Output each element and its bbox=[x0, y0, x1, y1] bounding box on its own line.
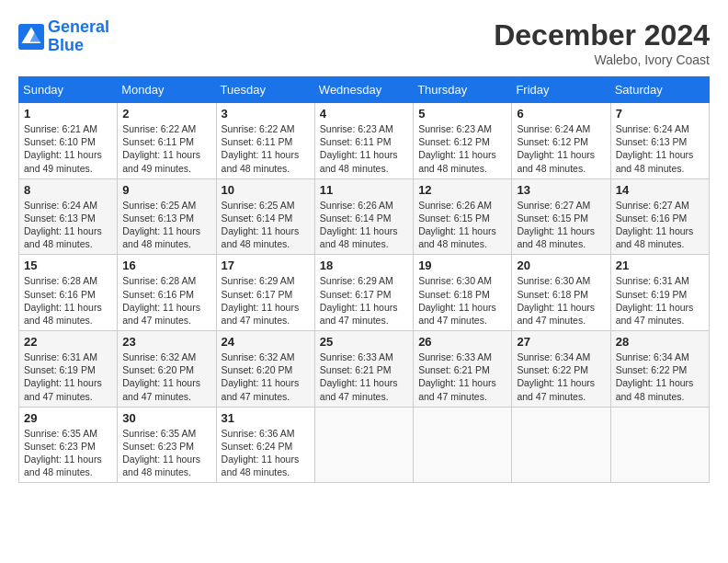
cell-info: Sunrise: 6:27 AM Sunset: 6:16 PM Dayligh… bbox=[616, 199, 704, 251]
cell-info: Sunrise: 6:35 AM Sunset: 6:23 PM Dayligh… bbox=[24, 427, 112, 479]
logo-line1: General bbox=[48, 17, 109, 36]
day-number: 9 bbox=[122, 183, 210, 197]
title-block: December 2024 Walebo, Ivory Coast bbox=[494, 18, 710, 67]
cell-info: Sunrise: 6:30 AM Sunset: 6:18 PM Dayligh… bbox=[517, 274, 605, 327]
cell-info: Sunrise: 6:32 AM Sunset: 6:20 PM Dayligh… bbox=[122, 350, 210, 403]
cell-info: Sunrise: 6:24 AM Sunset: 6:13 PM Dayligh… bbox=[616, 122, 704, 175]
cell-info: Sunrise: 6:25 AM Sunset: 6:13 PM Dayligh… bbox=[122, 199, 210, 251]
calendar-cell: 19 Sunrise: 6:30 AM Sunset: 6:18 PM Dayl… bbox=[414, 255, 512, 331]
day-number: 28 bbox=[616, 335, 704, 349]
calendar-cell: 30 Sunrise: 6:35 AM Sunset: 6:23 PM Dayl… bbox=[118, 407, 216, 483]
weekday-header: Tuesday bbox=[216, 77, 314, 103]
cell-info: Sunrise: 6:31 AM Sunset: 6:19 PM Dayligh… bbox=[24, 350, 112, 403]
day-number: 1 bbox=[24, 107, 112, 121]
day-number: 13 bbox=[517, 183, 605, 197]
calendar-cell: 23 Sunrise: 6:32 AM Sunset: 6:20 PM Dayl… bbox=[118, 331, 216, 408]
calendar-cell: 14 Sunrise: 6:27 AM Sunset: 6:16 PM Dayl… bbox=[610, 178, 709, 255]
calendar-cell: 13 Sunrise: 6:27 AM Sunset: 6:15 PM Dayl… bbox=[512, 178, 610, 255]
day-number: 16 bbox=[122, 259, 210, 272]
month-title: December 2024 bbox=[494, 18, 710, 52]
calendar-cell: 17 Sunrise: 6:29 AM Sunset: 6:17 PM Dayl… bbox=[216, 255, 314, 331]
day-number: 31 bbox=[222, 411, 310, 425]
day-number: 10 bbox=[222, 183, 310, 197]
cell-info: Sunrise: 6:23 AM Sunset: 6:11 PM Dayligh… bbox=[320, 122, 408, 175]
cell-info: Sunrise: 6:25 AM Sunset: 6:14 PM Dayligh… bbox=[222, 199, 310, 251]
day-number: 3 bbox=[222, 107, 310, 121]
calendar-cell: 1 Sunrise: 6:21 AM Sunset: 6:10 PM Dayli… bbox=[19, 103, 118, 179]
cell-info: Sunrise: 6:36 AM Sunset: 6:24 PM Dayligh… bbox=[222, 427, 310, 479]
cell-info: Sunrise: 6:28 AM Sunset: 6:16 PM Dayligh… bbox=[122, 274, 210, 327]
calendar-cell bbox=[314, 407, 413, 483]
cell-info: Sunrise: 6:22 AM Sunset: 6:11 PM Dayligh… bbox=[222, 122, 310, 175]
calendar-cell: 8 Sunrise: 6:24 AM Sunset: 6:13 PM Dayli… bbox=[19, 178, 118, 255]
cell-info: Sunrise: 6:29 AM Sunset: 6:17 PM Dayligh… bbox=[320, 274, 408, 327]
calendar-cell bbox=[610, 407, 709, 483]
cell-info: Sunrise: 6:26 AM Sunset: 6:15 PM Dayligh… bbox=[418, 199, 506, 251]
calendar-cell bbox=[512, 407, 610, 483]
weekday-header: Monday bbox=[118, 77, 216, 103]
calendar-cell: 28 Sunrise: 6:34 AM Sunset: 6:22 PM Dayl… bbox=[610, 331, 709, 408]
day-number: 14 bbox=[616, 183, 704, 197]
logo-line2: Blue bbox=[48, 36, 84, 54]
day-number: 19 bbox=[418, 259, 506, 272]
day-number: 25 bbox=[320, 335, 408, 349]
cell-info: Sunrise: 6:24 AM Sunset: 6:13 PM Dayligh… bbox=[24, 199, 112, 251]
calendar-cell: 6 Sunrise: 6:24 AM Sunset: 6:12 PM Dayli… bbox=[512, 103, 610, 179]
weekday-header: Sunday bbox=[19, 77, 118, 103]
cell-info: Sunrise: 6:21 AM Sunset: 6:10 PM Dayligh… bbox=[24, 122, 112, 175]
cell-info: Sunrise: 6:23 AM Sunset: 6:12 PM Dayligh… bbox=[418, 122, 506, 175]
cell-info: Sunrise: 6:34 AM Sunset: 6:22 PM Dayligh… bbox=[517, 350, 605, 403]
day-number: 7 bbox=[616, 107, 704, 121]
cell-info: Sunrise: 6:26 AM Sunset: 6:14 PM Dayligh… bbox=[320, 199, 408, 251]
day-number: 29 bbox=[24, 411, 112, 425]
calendar-week-row: 8 Sunrise: 6:24 AM Sunset: 6:13 PM Dayli… bbox=[19, 178, 710, 255]
calendar-table: SundayMondayTuesdayWednesdayThursdayFrid… bbox=[18, 76, 710, 483]
day-number: 4 bbox=[320, 107, 408, 121]
day-number: 20 bbox=[517, 259, 605, 272]
calendar-cell: 21 Sunrise: 6:31 AM Sunset: 6:19 PM Dayl… bbox=[610, 255, 709, 331]
cell-info: Sunrise: 6:29 AM Sunset: 6:17 PM Dayligh… bbox=[222, 274, 310, 327]
day-number: 23 bbox=[122, 335, 210, 349]
calendar-cell: 15 Sunrise: 6:28 AM Sunset: 6:16 PM Dayl… bbox=[19, 255, 118, 331]
cell-info: Sunrise: 6:33 AM Sunset: 6:21 PM Dayligh… bbox=[320, 350, 408, 403]
location: Walebo, Ivory Coast bbox=[494, 52, 710, 67]
weekday-header-row: SundayMondayTuesdayWednesdayThursdayFrid… bbox=[19, 77, 710, 103]
calendar-cell: 3 Sunrise: 6:22 AM Sunset: 6:11 PM Dayli… bbox=[216, 103, 314, 179]
calendar-week-row: 29 Sunrise: 6:35 AM Sunset: 6:23 PM Dayl… bbox=[19, 407, 710, 483]
calendar-cell: 12 Sunrise: 6:26 AM Sunset: 6:15 PM Dayl… bbox=[414, 178, 512, 255]
day-number: 15 bbox=[24, 259, 112, 272]
day-number: 2 bbox=[122, 107, 210, 121]
day-number: 30 bbox=[122, 411, 210, 425]
day-number: 6 bbox=[517, 107, 605, 121]
calendar-week-row: 22 Sunrise: 6:31 AM Sunset: 6:19 PM Dayl… bbox=[19, 331, 710, 408]
calendar-cell: 20 Sunrise: 6:30 AM Sunset: 6:18 PM Dayl… bbox=[512, 255, 610, 331]
day-number: 17 bbox=[222, 259, 310, 272]
cell-info: Sunrise: 6:28 AM Sunset: 6:16 PM Dayligh… bbox=[24, 274, 112, 327]
day-number: 26 bbox=[418, 335, 506, 349]
cell-info: Sunrise: 6:33 AM Sunset: 6:21 PM Dayligh… bbox=[418, 350, 506, 403]
calendar-cell: 26 Sunrise: 6:33 AM Sunset: 6:21 PM Dayl… bbox=[414, 331, 512, 408]
day-number: 21 bbox=[616, 259, 704, 272]
calendar-cell: 22 Sunrise: 6:31 AM Sunset: 6:19 PM Dayl… bbox=[19, 331, 118, 408]
weekday-header: Friday bbox=[512, 77, 610, 103]
day-number: 18 bbox=[320, 259, 408, 272]
day-number: 11 bbox=[320, 183, 408, 197]
calendar-cell: 27 Sunrise: 6:34 AM Sunset: 6:22 PM Dayl… bbox=[512, 331, 610, 408]
day-number: 5 bbox=[418, 107, 506, 121]
calendar-cell: 7 Sunrise: 6:24 AM Sunset: 6:13 PM Dayli… bbox=[610, 103, 709, 179]
cell-info: Sunrise: 6:30 AM Sunset: 6:18 PM Dayligh… bbox=[418, 274, 506, 327]
logo: General Blue bbox=[18, 18, 109, 55]
calendar-cell: 25 Sunrise: 6:33 AM Sunset: 6:21 PM Dayl… bbox=[314, 331, 413, 408]
calendar-cell: 2 Sunrise: 6:22 AM Sunset: 6:11 PM Dayli… bbox=[118, 103, 216, 179]
calendar-cell: 9 Sunrise: 6:25 AM Sunset: 6:13 PM Dayli… bbox=[118, 178, 216, 255]
day-number: 24 bbox=[222, 335, 310, 349]
calendar-cell bbox=[414, 407, 512, 483]
logo-text: General Blue bbox=[48, 18, 109, 55]
logo-icon bbox=[18, 24, 44, 50]
calendar-cell: 29 Sunrise: 6:35 AM Sunset: 6:23 PM Dayl… bbox=[19, 407, 118, 483]
cell-info: Sunrise: 6:27 AM Sunset: 6:15 PM Dayligh… bbox=[517, 199, 605, 251]
cell-info: Sunrise: 6:35 AM Sunset: 6:23 PM Dayligh… bbox=[122, 427, 210, 479]
calendar-cell: 4 Sunrise: 6:23 AM Sunset: 6:11 PM Dayli… bbox=[314, 103, 413, 179]
calendar-cell: 18 Sunrise: 6:29 AM Sunset: 6:17 PM Dayl… bbox=[314, 255, 413, 331]
calendar-cell: 16 Sunrise: 6:28 AM Sunset: 6:16 PM Dayl… bbox=[118, 255, 216, 331]
